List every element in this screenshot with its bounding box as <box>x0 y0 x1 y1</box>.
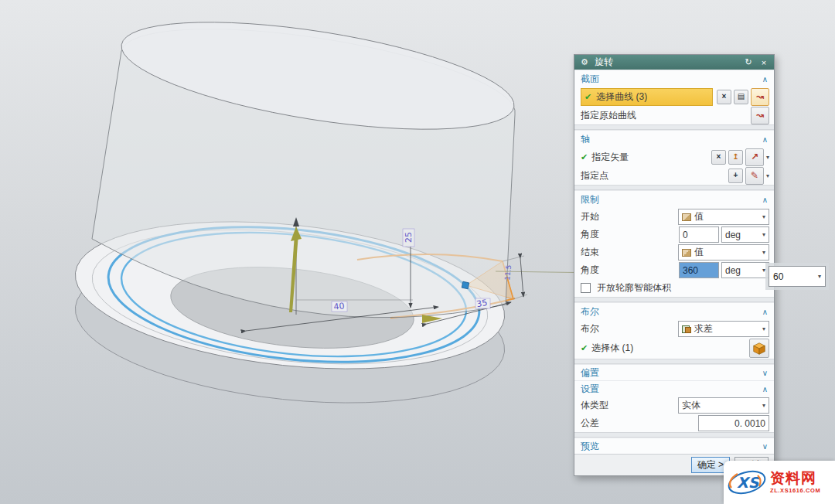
cylinder-body[interactable] <box>92 1 521 317</box>
start-angle-unit-dropdown[interactable]: deg ▾ <box>721 226 769 243</box>
chevron-up-icon: ∧ <box>762 308 768 316</box>
section-header-section[interactable]: 截面 ∧ <box>574 70 774 87</box>
point-constructor-icon[interactable]: + <box>728 169 743 183</box>
svg-text:XS: XS <box>737 474 760 491</box>
body-type-dropdown[interactable]: 实体 ▾ <box>678 397 769 414</box>
point-pick-icon[interactable]: ✎ <box>745 167 764 185</box>
open-profile-row: 开放轮廓智能体积 <box>574 279 774 297</box>
dim-profile-label: 11.5 <box>503 264 513 281</box>
chevron-down-icon: ∨ <box>762 369 768 377</box>
selected-point-handle[interactable] <box>462 281 469 288</box>
section-header-axis[interactable]: 轴 ∧ <box>574 130 774 148</box>
body-cube-icon[interactable] <box>749 339 769 358</box>
section-header-settings[interactable]: 设置 ∧ <box>574 380 774 397</box>
dialog-title: 旋转 <box>595 56 738 69</box>
open-profile-checkbox[interactable] <box>581 283 591 293</box>
axis-direction-icon[interactable]: ↥ <box>728 150 743 165</box>
body-type-row: 体类型 实体 ▾ <box>574 397 774 414</box>
chevron-up-icon: ∧ <box>762 75 768 83</box>
check-icon: ✔ <box>584 92 591 102</box>
value-icon <box>682 213 691 221</box>
select-curve-field[interactable]: ✔ 选择曲线 (3) <box>581 88 713 106</box>
end-row: 结束 值 ▾ <box>574 243 774 261</box>
close-icon[interactable]: × <box>758 58 769 67</box>
section-header-offset[interactable]: 偏置 ∨ <box>574 364 774 380</box>
revolve-dialog: ⚙ 旋转 ↻ × 截面 ∧ ✔ 选择曲线 (3) × ▤ ↝ 指定原始曲线 ↝ … <box>574 54 775 476</box>
specify-point-row: 指定点 + ✎ ▾ <box>574 166 774 185</box>
separator <box>574 297 774 302</box>
section-header-preview[interactable]: 预览 ∨ <box>574 438 774 454</box>
end-mode-dropdown[interactable]: 值 ▾ <box>678 244 769 261</box>
gear-icon: ⚙ <box>579 57 590 67</box>
onscreen-angle-input[interactable]: 60 ▾ <box>769 266 826 287</box>
origin-curve-row: 指定原始曲线 ↝ <box>574 106 774 124</box>
dim-height-label: 25 <box>404 232 414 243</box>
start-angle-input[interactable]: 0 <box>679 226 719 243</box>
tolerance-row: 公差 0. 0010 <box>574 414 774 432</box>
start-mode-dropdown[interactable]: 值 ▾ <box>678 209 769 225</box>
curve-rule-icon[interactable]: ▤ <box>734 90 748 104</box>
start-angle-row: 角度 0 deg ▾ <box>574 226 774 243</box>
end-angle-unit-dropdown[interactable]: deg ▾ <box>721 262 769 278</box>
check-icon: ✔ <box>581 152 588 162</box>
two-point-vector-icon[interactable]: × <box>711 150 726 165</box>
section-header-boolean[interactable]: 布尔 ∧ <box>574 302 774 320</box>
vector-dialog-icon[interactable]: ↗ <box>745 148 764 166</box>
end-angle-row: 角度 360 deg ▾ <box>574 261 774 279</box>
watermark: XS 资料网 ZL.XS1616.COM <box>724 461 835 504</box>
tolerance-input[interactable]: 0. 0010 <box>698 415 769 431</box>
point-dropdown-icon[interactable]: ▾ <box>766 172 769 179</box>
separator <box>574 124 774 130</box>
watermark-url: ZL.XS1616.COM <box>770 488 820 494</box>
check-icon: ✔ <box>581 343 588 353</box>
chevron-up-icon: ∧ <box>762 385 768 393</box>
reset-icon[interactable]: ↻ <box>743 57 754 67</box>
value-icon <box>682 249 691 257</box>
end-angle-input[interactable]: 360 <box>679 262 719 278</box>
separator <box>574 185 774 190</box>
curve-pen-icon[interactable]: ↝ <box>751 88 769 106</box>
chevron-up-icon: ∧ <box>762 135 768 144</box>
dim-radius-label: 35 <box>475 298 488 309</box>
dialog-titlebar[interactable]: ⚙ 旋转 ↻ × <box>574 55 774 70</box>
section-header-limits[interactable]: 限制 ∧ <box>574 190 774 208</box>
cad-viewport: 40 35 25 11.5 ⚙ 旋转 ↻ × 截面 ∧ ✔ 选择曲线 (3) <box>0 0 835 504</box>
chevron-down-icon: ∨ <box>762 442 768 451</box>
separator <box>574 359 774 364</box>
select-body-row: ✔ 选择体 (1) <box>574 338 774 359</box>
select-curve-row: ✔ 选择曲线 (3) × ▤ ↝ <box>574 87 774 106</box>
dim-width-label: 40 <box>333 301 345 312</box>
watermark-name: 资料网 <box>770 471 820 485</box>
origin-curve-icon[interactable]: ↝ <box>751 107 769 124</box>
start-row: 开始 值 ▾ <box>574 208 774 226</box>
vector-dropdown-icon[interactable]: ▾ <box>766 154 769 161</box>
dropdown-icon: ▾ <box>818 273 821 280</box>
boolean-dropdown[interactable]: 求差 ▾ <box>678 321 769 337</box>
subtract-icon <box>682 325 691 333</box>
specify-vector-row: ✔ 指定矢量 × ↥ ↗ ▾ <box>574 148 774 166</box>
chevron-up-icon: ∧ <box>762 196 768 204</box>
boolean-row: 布尔 求差 ▾ <box>574 320 774 338</box>
watermark-logo: XS <box>727 466 769 499</box>
separator <box>574 432 774 438</box>
deselect-icon[interactable]: × <box>717 90 731 104</box>
